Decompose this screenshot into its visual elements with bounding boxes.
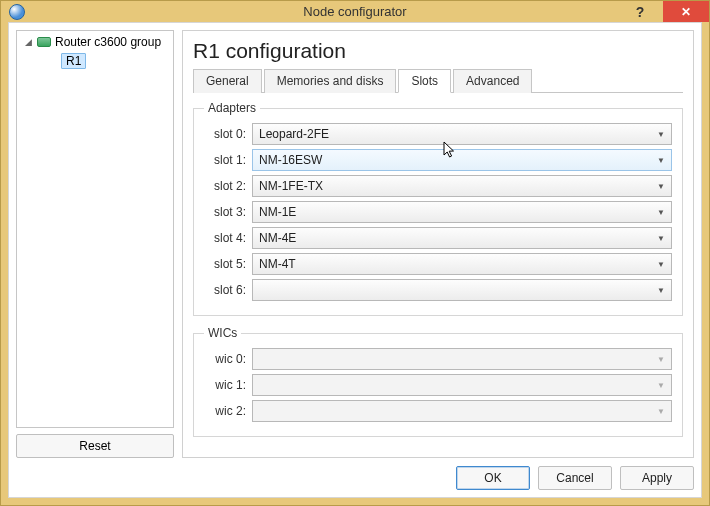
tree-collapse-icon[interactable]: ◢ [23, 37, 33, 47]
tab-bar: General Memories and disks Slots Advance… [193, 69, 683, 93]
page-title: R1 configuration [193, 39, 683, 63]
slot-combo-0[interactable]: Leopard-2FE▼ [252, 123, 672, 145]
reset-button[interactable]: Reset [16, 434, 174, 458]
slot-value: NM-4E [259, 231, 296, 245]
chevron-down-icon: ▼ [657, 355, 665, 364]
chevron-down-icon: ▼ [657, 234, 665, 243]
slot-label: slot 0: [204, 127, 252, 141]
chevron-down-icon: ▼ [657, 381, 665, 390]
slot-value: Leopard-2FE [259, 127, 329, 141]
chevron-down-icon: ▼ [657, 156, 665, 165]
side-panel: ◢ Router c3600 group R1 Reset [16, 30, 174, 458]
cancel-button-label: Cancel [556, 471, 593, 485]
chevron-down-icon: ▼ [657, 407, 665, 416]
cancel-button[interactable]: Cancel [538, 466, 612, 490]
client-area: ◢ Router c3600 group R1 Reset R1 configu… [8, 22, 702, 498]
help-button[interactable]: ? [617, 1, 663, 22]
tree-group-label: Router c3600 group [55, 35, 161, 49]
wic-combo-2: ▼ [252, 400, 672, 422]
slot-combo-5[interactable]: NM-4T▼ [252, 253, 672, 275]
tab-general[interactable]: General [193, 69, 262, 93]
close-icon: ✕ [681, 5, 691, 19]
slot-label: slot 4: [204, 231, 252, 245]
node-tree[interactable]: ◢ Router c3600 group R1 [16, 30, 174, 428]
window-controls: ? ✕ [617, 1, 709, 22]
wic-row: wic 2:▼ [204, 400, 672, 422]
tab-slots[interactable]: Slots [398, 69, 451, 93]
adapters-legend: Adapters [204, 101, 260, 115]
wics-legend: WICs [204, 326, 241, 340]
slot-value: NM-4T [259, 257, 296, 271]
wic-row: wic 0:▼ [204, 348, 672, 370]
chevron-down-icon: ▼ [657, 260, 665, 269]
tree-node-row[interactable]: R1 [57, 51, 171, 71]
wic-label: wic 1: [204, 378, 252, 392]
tab-advanced[interactable]: Advanced [453, 69, 532, 93]
slot-combo-2[interactable]: NM-1FE-TX▼ [252, 175, 672, 197]
window-title: Node configurator [1, 4, 709, 19]
tab-memories[interactable]: Memories and disks [264, 69, 397, 93]
slot-label: slot 1: [204, 153, 252, 167]
slot-label: slot 5: [204, 257, 252, 271]
slot-row: slot 5:NM-4T▼ [204, 253, 672, 275]
main-split: ◢ Router c3600 group R1 Reset R1 configu… [16, 30, 694, 458]
chevron-down-icon: ▼ [657, 182, 665, 191]
chevron-down-icon: ▼ [657, 208, 665, 217]
ok-button-label: OK [484, 471, 501, 485]
adapters-group: Adapters slot 0:Leopard-2FE▼slot 1:NM-16… [193, 101, 683, 316]
wics-group: WICs wic 0:▼wic 1:▼wic 2:▼ [193, 326, 683, 437]
wic-combo-1: ▼ [252, 374, 672, 396]
slot-row: slot 1:NM-16ESW▼ [204, 149, 672, 171]
slot-value: NM-1E [259, 205, 296, 219]
wic-row: wic 1:▼ [204, 374, 672, 396]
chevron-down-icon: ▼ [657, 130, 665, 139]
content-panel: R1 configuration General Memories and di… [182, 30, 694, 458]
slots-panel: Adapters slot 0:Leopard-2FE▼slot 1:NM-16… [193, 93, 683, 447]
slot-label: slot 2: [204, 179, 252, 193]
chevron-down-icon: ▼ [657, 286, 665, 295]
tree-group-row[interactable]: ◢ Router c3600 group [19, 33, 171, 51]
slot-label: slot 6: [204, 283, 252, 297]
reset-button-label: Reset [79, 439, 110, 453]
router-icon [37, 37, 51, 47]
slot-label: slot 3: [204, 205, 252, 219]
wic-label: wic 2: [204, 404, 252, 418]
slot-row: slot 4:NM-4E▼ [204, 227, 672, 249]
slot-value: NM-1FE-TX [259, 179, 323, 193]
slot-row: slot 0:Leopard-2FE▼ [204, 123, 672, 145]
dialog-buttons: OK Cancel Apply [16, 458, 694, 490]
tree-node-label: R1 [61, 53, 86, 69]
apply-button-label: Apply [642, 471, 672, 485]
app-icon [9, 4, 25, 20]
wic-label: wic 0: [204, 352, 252, 366]
slot-combo-6[interactable]: ▼ [252, 279, 672, 301]
titlebar[interactable]: Node configurator ? ✕ [1, 1, 709, 22]
slot-combo-1[interactable]: NM-16ESW▼ [252, 149, 672, 171]
window-frame: Node configurator ? ✕ ◢ Router c3600 gro… [0, 0, 710, 506]
slot-row: slot 3:NM-1E▼ [204, 201, 672, 223]
close-button[interactable]: ✕ [663, 1, 709, 22]
wic-combo-0: ▼ [252, 348, 672, 370]
slot-row: slot 6:▼ [204, 279, 672, 301]
ok-button[interactable]: OK [456, 466, 530, 490]
slot-combo-3[interactable]: NM-1E▼ [252, 201, 672, 223]
apply-button[interactable]: Apply [620, 466, 694, 490]
slot-value: NM-16ESW [259, 153, 322, 167]
slot-row: slot 2:NM-1FE-TX▼ [204, 175, 672, 197]
slot-combo-4[interactable]: NM-4E▼ [252, 227, 672, 249]
